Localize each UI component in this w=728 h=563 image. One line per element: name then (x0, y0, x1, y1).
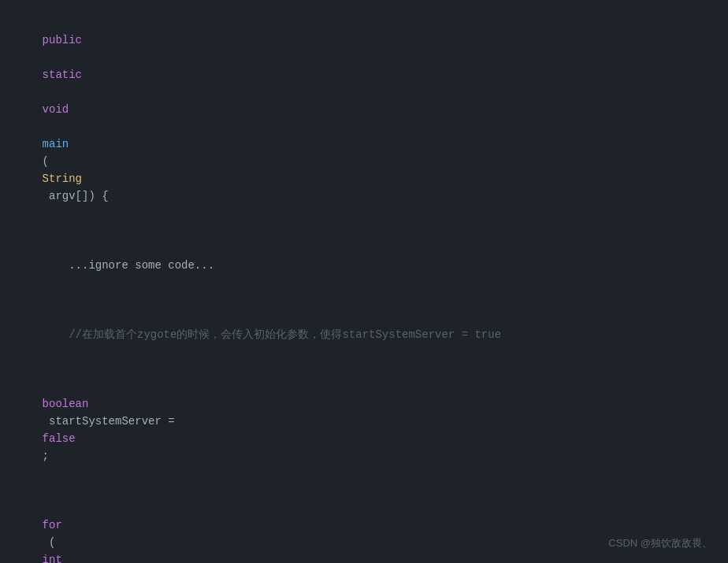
code-line-comment-1: //在加载首个zygote的时候，会传入初始化参数，使得startSystemS… (16, 309, 712, 361)
code-block: public static void main ( String argv[])… (0, 0, 728, 563)
keyword-for: for (43, 519, 62, 532)
code-line-ignore-1: ...ignore some code... (16, 239, 712, 291)
keyword-boolean: boolean (43, 398, 89, 410)
type-string: String (43, 172, 82, 185)
code-line-bool: boolean startSystemServer = false ; (16, 361, 712, 482)
comment-cn-1: //在加载首个zygote的时候，会传入初始化参数，使得startSystemS… (43, 328, 501, 341)
code-line-1: public static void main ( String argv[])… (16, 14, 712, 222)
watermark: CSDN @独饮敌敌畏、 (608, 536, 712, 550)
keyword-int: int (43, 554, 62, 563)
watermark-text: CSDN @独饮敌敌畏、 (608, 537, 712, 549)
code-line-empty-1 (16, 222, 712, 239)
code-line-for: for ( int i = 1 ; i < argv.length; i++) … (16, 482, 712, 563)
keyword-public: public (43, 34, 82, 46)
keyword-false: false (43, 432, 76, 445)
code-line-empty-2 (16, 291, 712, 309)
keyword-void: void (43, 103, 69, 116)
method-main: main (43, 138, 69, 150)
ignore-text-1: ...ignore some code... (43, 259, 214, 272)
keyword-static: static (43, 69, 82, 81)
